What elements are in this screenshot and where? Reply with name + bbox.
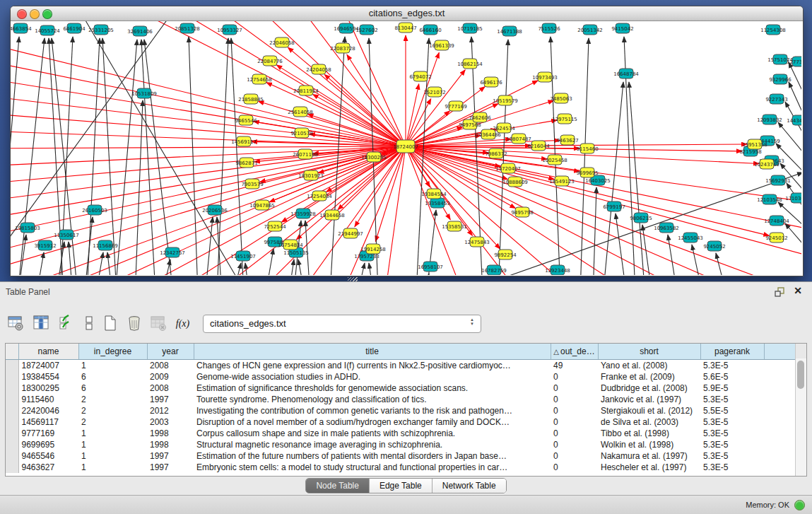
graph-node[interactable]: 20851328 — [175, 23, 200, 33]
graph-node[interactable]: 25331205 — [88, 25, 114, 35]
table-row[interactable]: 911546021997Tourette syndrome. Phenomeno… — [6, 394, 796, 405]
graph-node[interactable]: 10719185 — [457, 23, 483, 33]
graph-node[interactable]: 21858845 — [238, 94, 264, 104]
graph-node[interactable]: 11451907 — [230, 251, 256, 261]
select-columns-button[interactable] — [57, 313, 76, 333]
graph-node[interactable]: 6466160 — [419, 25, 441, 35]
graph-node[interactable]: 20206536 — [202, 205, 228, 215]
table-settings-button[interactable] — [6, 313, 25, 333]
graph-node[interactable]: 16961339 — [429, 40, 454, 50]
column-header-title[interactable]: title — [194, 344, 551, 360]
graph-node[interactable]: 9329966 — [769, 74, 792, 84]
graph-node[interactable]: 25614058 — [288, 107, 313, 117]
graph-node[interactable]: 11350617 — [54, 230, 79, 240]
graph-node[interactable]: 9495798 — [511, 207, 533, 217]
graph-node[interactable]: 17254034 — [307, 191, 332, 201]
graph-node[interactable]: 20811914 — [293, 86, 319, 95]
float-panel-button[interactable] — [774, 286, 785, 298]
table-row[interactable]: 1456911722003Disruption of a novel membe… — [6, 416, 796, 428]
tab-edge-table[interactable]: Edge Table — [370, 479, 433, 493]
column-header-name[interactable]: name — [18, 344, 78, 360]
graph-node[interactable]: 12475843 — [464, 237, 490, 247]
graph-node[interactable]: 1527602 — [355, 25, 377, 35]
graph-node[interactable]: 19344658 — [319, 210, 345, 220]
column-header-year[interactable]: year — [147, 344, 194, 360]
table-row[interactable]: 946362711997Embryonic stem cells: a mode… — [6, 462, 796, 473]
graph-node[interactable]: 10953327 — [217, 25, 242, 35]
tab-network-table[interactable]: Network Table — [433, 479, 506, 493]
new-table-button[interactable] — [100, 313, 120, 333]
splitter-grip[interactable] — [348, 277, 358, 281]
graph-node[interactable]: 9463627 — [556, 135, 578, 145]
graph-node[interactable]: 6461904 — [63, 23, 86, 33]
graph-node[interactable]: 21944997 — [338, 228, 363, 238]
table-row[interactable]: 946554611997Estimation of the future num… — [6, 450, 796, 462]
scrollbar-thumb[interactable] — [797, 361, 804, 389]
graph-node[interactable]: 9210578 — [290, 128, 312, 138]
graph-node[interactable]: 10963582 — [654, 223, 679, 233]
show-column-button[interactable] — [31, 313, 51, 333]
table-row[interactable]: 1938455462009Genome-wide association stu… — [6, 371, 796, 382]
graph-node[interactable]: 9892254 — [494, 250, 517, 259]
graph-node[interactable]: 10862154 — [457, 59, 483, 69]
close-panel-button[interactable]: ✕ — [794, 285, 802, 296]
graph-node[interactable]: 7252544 — [264, 221, 286, 231]
graph-node[interactable]: 14569117 — [231, 136, 257, 146]
graph-node[interactable]: 9245012 — [765, 233, 787, 243]
graph-node[interactable]: 14671388 — [497, 26, 522, 36]
graph-node[interactable]: 9415042 — [611, 23, 633, 33]
vertical-scrollbar[interactable] — [795, 358, 806, 476]
graph-node[interactable]: 22046058 — [269, 37, 295, 47]
column-header-pagerank[interactable]: pagerank — [700, 344, 764, 360]
graph-node[interactable]: 10973493 — [532, 72, 558, 82]
graph-node[interactable]: 9806215 — [630, 213, 652, 223]
table-row[interactable]: 2242004622012Investigating the contribut… — [6, 405, 796, 416]
table-row[interactable]: 1830029562008Estimation of significance … — [6, 382, 796, 394]
row-options-button[interactable] — [79, 313, 99, 333]
network-window-titlebar[interactable]: citations_edges.txt — [11, 6, 803, 21]
table-source-dropdown[interactable]: citations_edges.txt ▲ ▼ — [203, 315, 481, 333]
column-header-outde[interactable]: △out_de… — [551, 344, 598, 360]
graph-node[interactable]: 11254308 — [760, 25, 786, 35]
graph-node[interactable]: 17103648 — [785, 193, 801, 203]
graph-node[interactable]: 22084776 — [257, 56, 283, 66]
graph-node[interactable]: 6794072 — [409, 71, 431, 81]
graph-node[interactable]: 10519579 — [493, 95, 518, 105]
delete-column-button[interactable] — [124, 313, 144, 333]
graph-node[interactable]: 16648784 — [613, 69, 639, 78]
graph-node[interactable]: 20051342 — [577, 25, 603, 35]
graph-node[interactable]: 4663854 — [11, 23, 32, 33]
graph-node[interactable]: 9227343 — [765, 94, 787, 104]
graph-node[interactable]: 10025458 — [542, 155, 567, 165]
graph-node[interactable]: 14434286 — [787, 115, 801, 125]
column-header-indegree[interactable]: in_degree — [78, 344, 147, 360]
graph-node[interactable]: 12754658 — [247, 74, 272, 84]
graph-node[interactable]: 7515526 — [538, 23, 560, 33]
network-view[interactable]: 4663854140557246461904253312053269140620… — [11, 21, 801, 275]
graph-node[interactable]: 6216044 — [527, 141, 550, 151]
graph-node[interactable]: 10531809 — [131, 88, 157, 98]
import-table-button[interactable] — [148, 313, 168, 333]
table-row[interactable]: 1872400712008Changes of HCN gene express… — [6, 360, 796, 372]
graph-node[interactable]: 16782759 — [481, 265, 507, 275]
graph-node[interactable]: 12975115 — [552, 114, 577, 124]
graph-node[interactable]: 12342757 — [160, 247, 185, 257]
graph-node[interactable]: 6799197 — [603, 201, 625, 211]
graph-node[interactable]: 3915912 — [34, 240, 56, 250]
graph-node[interactable]: 18724007 — [393, 140, 418, 153]
graph-node[interactable]: 1521072 — [423, 87, 445, 97]
graph-node[interactable]: 12455043 — [678, 233, 703, 243]
graph-node[interactable]: 16958107 — [418, 262, 443, 271]
graph-node[interactable]: 32691406 — [127, 26, 153, 36]
graph-node[interactable]: 12923448 — [545, 265, 570, 275]
graph-node[interactable]: 14055724 — [35, 25, 60, 35]
table-row[interactable]: 969969511998Structural magnetic resonanc… — [6, 439, 796, 450]
graph-node[interactable]: 18549123 — [549, 176, 575, 186]
graph-node[interactable]: 9245052 — [703, 241, 725, 251]
function-builder-button[interactable]: f(x) — [174, 313, 194, 333]
column-header-short[interactable]: short — [598, 344, 700, 360]
table-row[interactable]: 977716911998Corpus callosum shape and si… — [6, 428, 796, 439]
tab-node-table[interactable]: Node Table — [306, 479, 370, 493]
graph-node[interactable]: 8130447 — [394, 23, 416, 33]
graph-node[interactable]: 9465546 — [235, 115, 257, 125]
